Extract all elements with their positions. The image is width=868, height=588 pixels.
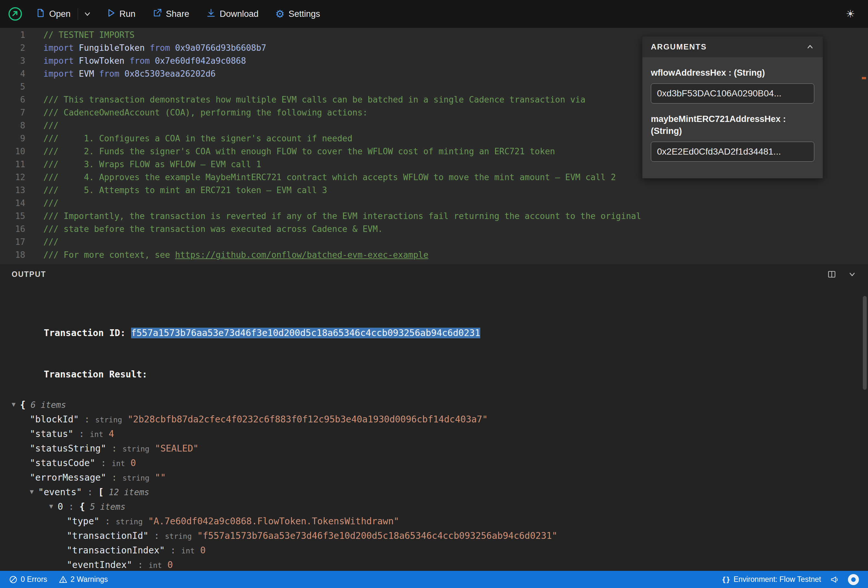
code-token-keyword: import [43,43,79,53]
json-type: string [165,532,192,541]
json-type: string [123,474,149,482]
code-text [25,82,43,91]
line-number: 8 [0,119,25,132]
argument-input[interactable] [651,84,814,103]
output-header: OUTPUT [0,264,868,284]
line-number: 14 [0,197,25,209]
json-items: 6 items [25,400,66,410]
json-items: 12 items [103,488,149,497]
collapse-chevron-up-icon [806,43,814,51]
gear-icon: ⚙ [275,9,285,19]
json-colon: : [132,560,149,570]
json-tree: ▼{ 6 items"blockId" : string "2b28cbfb87… [0,398,868,571]
warnings-status[interactable]: 2 Warnings [59,575,108,584]
code-text: /// [25,198,59,208]
warnings-label: 2 Warnings [71,575,108,584]
share-label: Share [166,9,189,19]
transaction-result-line: Transaction Result: [0,356,868,368]
code-text: /// This transaction demonstrates how mu… [25,95,586,105]
argument-input[interactable] [651,141,814,162]
output-title: OUTPUT [12,270,46,279]
open-dropdown-button[interactable] [83,10,92,18]
code-token-comment: // TESTNET IMPORTS [43,30,134,40]
expand-toggle-icon[interactable]: ▼ [49,499,53,514]
json-type: string [95,416,122,424]
split-view-button[interactable] [827,270,836,279]
run-label: Run [120,9,136,19]
line-number: 17 [0,236,25,248]
environment-label: Environment: Flow Testnet [734,575,821,584]
transaction-id-value[interactable]: f557a1573b76aa53e73d46f3e10d200d5c18a653… [131,328,480,338]
run-button[interactable]: Run [106,8,136,20]
code-text: /// Importantly, the transaction is reve… [25,211,641,221]
json-colon: : [106,443,123,454]
sun-icon: ☀ [846,8,855,20]
code-token-comment: /// 4. Approves the example MaybeMintERC… [43,172,616,182]
json-tree-row: "eventIndex" : int 0 [0,558,868,571]
json-tree-row: ▼0 : { 5 items [0,500,868,514]
json-tree-row: ▼"events" : [ 12 items [0,485,868,500]
collapse-output-button[interactable] [848,270,856,279]
line-number: 6 [0,93,25,106]
play-icon [106,8,115,20]
code-line: 18/// For more context, see https://gith… [0,248,868,261]
argument-field: wflowAddressHex : (String) [651,67,814,103]
status-bar: 0 Errors 2 Warnings {} Environment: Flow… [0,571,868,588]
assistant-icon[interactable] [848,574,859,585]
transaction-result-label: Transaction Result: [44,369,147,380]
code-token-comment: /// [43,237,59,247]
chevron-down-icon [83,10,92,18]
json-tree-row: "errorMessage" : string "" [0,470,868,485]
json-tree-row: ▼{ 6 items [0,398,868,412]
json-tree-row: "blockId" : string "2b28cbfb87da2cfec4f0… [0,412,868,427]
open-label: Open [49,9,71,19]
status-bar-right: {} Environment: Flow Testnet [722,574,859,585]
line-number: 5 [0,80,25,93]
code-token-address: 0x9a0766d93b6608b7 [175,43,266,53]
environment-status[interactable]: {} Environment: Flow Testnet [722,575,821,584]
json-str: "SEALED" [149,443,199,454]
code-text: import EVM from 0x8c5303eaa26202d6 [25,69,216,79]
json-items: 5 items [85,502,125,512]
code-link[interactable]: https://github.com/onflow/batched-evm-ex… [175,250,428,260]
code-line: 15/// Importantly, the transaction is re… [0,209,868,223]
json-key: "type" [67,516,99,526]
json-colon: : [82,487,98,497]
json-key: "status" [30,429,74,439]
errors-label: 0 Errors [21,575,47,584]
json-str: "f557a1573b76aa53e73d46f3e10d200d5c18a65… [192,531,557,541]
announcement-button[interactable] [830,575,839,584]
json-type: string [123,445,149,453]
json-key: "eventIndex" [67,560,132,570]
json-colon: : [99,516,116,526]
transaction-id-line: Transaction ID: f557a1573b76aa53e73d46f3… [0,315,868,327]
arguments-header[interactable]: ARGUMENTS [642,37,823,57]
line-number: 12 [0,171,25,184]
code-text: import FungibleToken from 0x9a0766d93b66… [25,43,266,53]
code-token-address: 0x8c5303eaa26202d6 [124,69,216,79]
json-num: 0 [125,458,136,468]
flow-logo-icon[interactable] [8,6,23,21]
json-tree-row: "transactionIndex" : int 0 [0,543,868,558]
json-key: "events" [38,487,82,497]
json-type: int [149,561,162,570]
download-button[interactable]: Download [206,8,258,20]
warning-icon [59,575,67,584]
output-scrollbar[interactable] [863,296,867,390]
expand-toggle-icon[interactable]: ▼ [30,485,34,499]
argument-label: wflowAddressHex : (String) [651,67,814,79]
megaphone-icon [830,575,839,584]
open-button[interactable]: Open [35,8,71,20]
code-text: /// 5. Attempts to mint an ERC721 token … [25,185,327,195]
settings-button[interactable]: ⚙ Settings [275,9,320,19]
theme-toggle-button[interactable]: ☀ [846,8,855,20]
code-text: /// CadenceOwnedAccount (COA), performin… [25,108,368,117]
json-key: 0 [58,501,63,512]
json-num: 0 [162,560,173,570]
download-icon [206,8,216,20]
share-button[interactable]: Share [152,8,189,20]
transaction-id-label: Transaction ID: [44,328,131,338]
errors-status[interactable]: 0 Errors [9,575,47,584]
code-token-keyword: import [43,56,79,66]
expand-toggle-icon[interactable]: ▼ [12,397,16,412]
